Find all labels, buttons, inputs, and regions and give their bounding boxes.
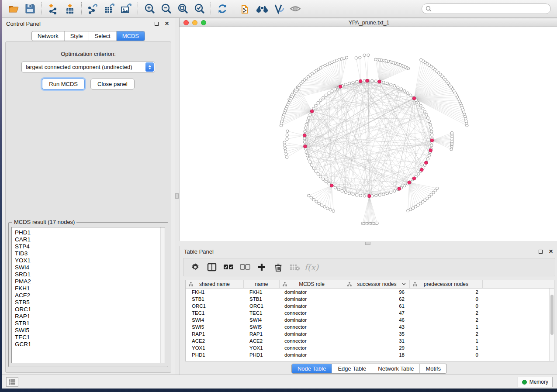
scrollbar-thumb[interactable] <box>550 295 554 335</box>
search-network-icon[interactable] <box>254 1 270 16</box>
cell: 43 <box>344 324 410 330</box>
table-scrollbar[interactable] <box>549 289 554 361</box>
tab-select[interactable]: Select <box>89 31 116 41</box>
mcds-node-item[interactable]: TEC1 <box>15 334 165 341</box>
mcds-node-item[interactable]: STB1 <box>15 320 165 327</box>
deselect-all-icon[interactable] <box>238 260 253 275</box>
close-panel-button[interactable]: Close panel <box>90 79 135 89</box>
cell: FKH1 <box>244 289 280 295</box>
table-settings-icon[interactable] <box>188 260 203 275</box>
tab-edge-table[interactable]: Edge Table <box>332 364 372 373</box>
delete-column-icon[interactable] <box>271 260 286 275</box>
mcds-node-item[interactable]: STP4 <box>15 243 165 250</box>
mcds-node-item[interactable]: SWI4 <box>15 264 165 271</box>
column-header-successor-nodes[interactable]: successor nodes <box>344 280 410 288</box>
cell: YOX1 <box>186 345 244 351</box>
close-panel-icon[interactable]: ✕ <box>547 248 554 255</box>
column-label: name <box>255 281 268 287</box>
mcds-node-item[interactable]: TID3 <box>15 250 165 257</box>
tab-motifs[interactable]: Motifs <box>419 364 446 373</box>
mcds-node-item[interactable]: STB5 <box>15 299 165 306</box>
divider-grip[interactable] <box>365 242 370 245</box>
add-column-icon[interactable] <box>254 260 269 275</box>
tab-mcds[interactable]: MCDS <box>116 31 145 41</box>
delete-table-icon[interactable] <box>287 260 302 275</box>
tab-network[interactable]: Network <box>32 31 64 41</box>
sort-indicator-icon <box>402 282 406 285</box>
vizmapper-icon[interactable] <box>270 1 287 16</box>
zoom-fit-icon[interactable] <box>174 1 191 16</box>
table-row[interactable]: STB1STB1dominator620 <box>186 296 554 303</box>
mcds-node-item[interactable]: FKH1 <box>15 285 165 292</box>
select-all-icon[interactable] <box>221 260 236 275</box>
refresh-icon[interactable] <box>214 1 231 16</box>
criterion-dropdown[interactable]: largest connected component (undirected) <box>21 62 155 72</box>
mcds-node-item[interactable]: CAR1 <box>15 236 165 243</box>
task-history-button[interactable] <box>6 377 18 387</box>
float-panel-icon[interactable] <box>537 248 544 255</box>
table-panel: Table Panel ✕ <box>179 246 557 375</box>
column-header-shared-name[interactable]: shared name <box>186 280 244 288</box>
vertical-split-divider[interactable] <box>175 18 179 375</box>
save-session-icon[interactable] <box>22 1 38 16</box>
tab-network-table[interactable]: Network Table <box>372 364 419 373</box>
memory-button[interactable]: Memory <box>518 377 553 387</box>
mcds-list-scrollbar[interactable] <box>160 227 165 363</box>
import-table-icon[interactable] <box>62 1 78 16</box>
open-file-icon[interactable] <box>5 1 22 16</box>
mcds-node-item[interactable]: SRD1 <box>15 271 165 278</box>
import-network-icon[interactable] <box>45 1 62 16</box>
mcds-node-item[interactable]: PMA2 <box>15 278 165 285</box>
toolbar-separator <box>138 2 138 15</box>
tab-node-table[interactable]: Node Table <box>292 364 332 373</box>
toolbar-separator <box>81 2 82 15</box>
search-field[interactable] <box>422 3 551 14</box>
mcds-result-list[interactable]: PHD1CAR1STP4TID3YOX1SWI4SRD1PMA2FKH1ACE2… <box>11 227 165 363</box>
mcds-node-item[interactable]: GCR1 <box>15 341 165 348</box>
show-column-icon[interactable] <box>204 260 219 275</box>
mcds-node-item[interactable]: PHD1 <box>15 229 165 236</box>
export-network-icon[interactable] <box>85 1 101 16</box>
mcds-node-item[interactable]: YOX1 <box>15 257 165 264</box>
clone-network-icon[interactable] <box>237 1 254 16</box>
table-row[interactable]: PHD1PHD1dominator180 <box>186 351 554 358</box>
cell: STB1 <box>186 296 244 302</box>
table-row[interactable]: RAP1RAP1dominator352 <box>186 330 554 337</box>
zoom-in-icon[interactable] <box>141 1 158 16</box>
zoom-out-icon[interactable] <box>158 1 174 16</box>
search-input[interactable] <box>432 6 547 12</box>
cell: PHD1 <box>186 352 244 358</box>
column-header-MCDS-role[interactable]: MCDS role <box>280 280 344 288</box>
table-row[interactable]: FKH1FKH1dominator962 <box>186 289 554 296</box>
export-table-icon[interactable] <box>101 1 118 16</box>
zoom-selected-icon[interactable] <box>191 1 208 16</box>
column-label: shared name <box>199 281 230 287</box>
table-row[interactable]: SWI4SWI4dominator462 <box>186 316 554 323</box>
table-row[interactable]: SWI5SWI5connector431 <box>186 323 554 330</box>
mcds-node-item[interactable]: ACE2 <box>15 292 165 299</box>
table-row[interactable]: ORC1ORC1dominator610 <box>186 303 554 309</box>
tab-style[interactable]: Style <box>64 31 89 41</box>
show-hide-icon[interactable] <box>287 1 304 16</box>
table-row[interactable]: ACE2ACE2connector311 <box>186 337 554 344</box>
table-row[interactable]: TEC1TEC1connector472 <box>186 309 554 316</box>
float-panel-icon[interactable] <box>153 20 160 27</box>
table-row[interactable]: YOX1YOX1connector291 <box>186 344 554 351</box>
run-mcds-button[interactable]: Run MCDS <box>42 79 85 89</box>
mcds-node-item[interactable]: SWI5 <box>15 327 165 334</box>
export-image-icon[interactable] <box>118 1 135 16</box>
horizontal-split-divider[interactable] <box>179 241 557 246</box>
mcds-node-item[interactable]: ORC1 <box>15 306 165 313</box>
divider-grip[interactable] <box>175 193 179 199</box>
tree-icon <box>283 282 287 286</box>
mcds-node-item[interactable]: RAP1 <box>15 313 165 320</box>
network-canvas[interactable] <box>179 27 557 241</box>
column-header-predecessor-nodes[interactable]: predecessor nodes <box>410 280 483 288</box>
cell: 96 <box>344 289 410 295</box>
function-builder-icon[interactable]: f(x) <box>304 260 319 275</box>
cell: TEC1 <box>244 310 280 316</box>
network-window-titlebar[interactable]: YPA_prune.txt_1 <box>179 18 557 27</box>
close-panel-icon[interactable]: ✕ <box>163 20 170 27</box>
cell: ACE2 <box>244 338 280 344</box>
column-header-name[interactable]: name <box>244 280 280 288</box>
